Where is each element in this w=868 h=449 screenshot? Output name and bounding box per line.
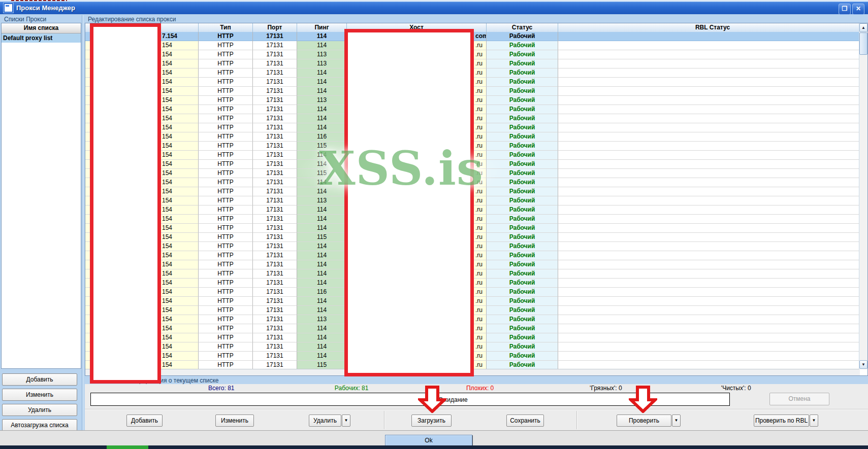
cell-rbl bbox=[558, 50, 860, 59]
cell-ping: 114 bbox=[297, 269, 347, 279]
toolbar-button-6[interactable]: Проверить bbox=[617, 415, 671, 427]
stat-label-4: 'Грязных': 0 bbox=[590, 385, 622, 392]
toolbar-button-2[interactable]: Изменить bbox=[215, 415, 254, 427]
cell-rbl bbox=[558, 297, 860, 306]
cell-ping: 114 bbox=[297, 78, 347, 87]
cell-ping: 113 bbox=[297, 96, 347, 105]
toolbar-button-1[interactable]: Добавить bbox=[126, 415, 163, 427]
cell-status: Рабочий bbox=[487, 361, 558, 369]
panel-splitter[interactable] bbox=[82, 15, 82, 431]
info-group-caption-bar: Информация о текущем списке bbox=[85, 376, 868, 384]
cell-rbl bbox=[558, 361, 860, 369]
proxy-lists-box[interactable]: Имя списка Default proxy list bbox=[1, 23, 81, 369]
column-header-4[interactable]: Пинг bbox=[297, 23, 347, 32]
cell-rbl bbox=[558, 269, 860, 279]
maximize-button[interactable]: ❐ bbox=[839, 4, 851, 15]
cell-type: HTTP bbox=[199, 68, 253, 78]
ok-button[interactable]: Ok bbox=[385, 435, 472, 446]
toolbar-button-7[interactable]: Проверить по RBL bbox=[754, 415, 809, 427]
cell-type: HTTP bbox=[199, 123, 253, 132]
cell-ping: 114 bbox=[297, 324, 347, 333]
toolbar-button-5[interactable]: Сохранить bbox=[506, 415, 544, 427]
cell-status: Рабочий bbox=[487, 87, 558, 96]
cell-rbl bbox=[558, 68, 860, 78]
side-button-2[interactable]: Изменить bbox=[2, 389, 77, 401]
close-button[interactable]: ✕ bbox=[852, 4, 864, 15]
cell-ping: 114 bbox=[297, 123, 347, 132]
cell-type: HTTP bbox=[199, 132, 253, 142]
toolbar-dropdown-button-6[interactable]: ▼ bbox=[672, 415, 681, 427]
cell-type: HTTP bbox=[199, 142, 253, 151]
table-header-row: IP адресТипПортПингХостСтатусRBL Статус bbox=[85, 23, 867, 32]
dropdown-arrow-icon: ▼ bbox=[674, 418, 679, 423]
cell-status: Рабочий bbox=[487, 105, 558, 114]
scroll-down-button[interactable]: ▼ bbox=[859, 360, 867, 369]
cell-type: HTTP bbox=[199, 288, 253, 297]
cell-type: HTTP bbox=[199, 169, 253, 178]
side-button-3[interactable]: Удалить bbox=[2, 404, 77, 416]
toolbar-button-4[interactable]: Загрузить bbox=[411, 415, 452, 427]
scroll-thumb[interactable] bbox=[859, 32, 867, 55]
scroll-up-button[interactable]: ▲ bbox=[859, 23, 867, 32]
cell-rbl bbox=[558, 215, 860, 224]
cell-status: Рабочий bbox=[487, 342, 558, 352]
side-button-1[interactable]: Добавить bbox=[2, 373, 77, 386]
column-header-7[interactable]: RBL Статус bbox=[558, 23, 867, 32]
cell-rbl bbox=[558, 105, 860, 114]
list-item-default-proxy-list[interactable]: Default proxy list bbox=[2, 33, 81, 43]
cell-ping: 114 bbox=[297, 306, 347, 315]
cell-rbl bbox=[558, 114, 860, 123]
cell-ping: 114 bbox=[297, 32, 347, 41]
cell-port: 17131 bbox=[253, 306, 297, 315]
column-header-2[interactable]: Тип bbox=[199, 23, 253, 32]
cell-type: HTTP bbox=[199, 205, 253, 215]
cell-status: Рабочий bbox=[487, 324, 558, 333]
cell-rbl bbox=[558, 178, 860, 187]
toolbar-separator bbox=[576, 411, 577, 429]
cell-port: 17131 bbox=[253, 59, 297, 68]
vertical-scrollbar[interactable]: ▲ ▼ bbox=[859, 23, 867, 369]
cell-type: HTTP bbox=[199, 251, 253, 260]
progress-panel: Ожидание Отмена bbox=[85, 392, 868, 409]
cell-ping: 114 bbox=[297, 215, 347, 224]
cell-type: HTTP bbox=[199, 41, 253, 50]
list-name-column-header[interactable]: Имя списка bbox=[2, 23, 81, 33]
cell-port: 17131 bbox=[253, 215, 297, 224]
main-panel-caption: Редактирование списка прокси bbox=[88, 16, 176, 23]
cell-rbl bbox=[558, 196, 860, 205]
side-button-4[interactable]: Автозагрузка списка bbox=[2, 419, 77, 431]
taskbar-green-segment bbox=[107, 445, 148, 449]
cell-rbl bbox=[558, 242, 860, 251]
cell-ping: 115 bbox=[297, 361, 347, 369]
scroll-down-icon: ▼ bbox=[861, 362, 865, 367]
cell-type: HTTP bbox=[199, 78, 253, 87]
toolbar-button-3[interactable]: Удалить bbox=[309, 415, 341, 427]
toolbar-dropdown-button-7[interactable]: ▼ bbox=[810, 415, 818, 427]
toolbar-dropdown-button-3[interactable]: ▼ bbox=[342, 415, 350, 427]
cell-type: HTTP bbox=[199, 342, 253, 352]
cell-port: 17131 bbox=[253, 288, 297, 297]
cell-ping: 114 bbox=[297, 342, 347, 352]
cell-rbl bbox=[558, 87, 860, 96]
cell-status: Рабочий bbox=[487, 59, 558, 68]
cell-status: Рабочий bbox=[487, 352, 558, 361]
cell-port: 17131 bbox=[253, 87, 297, 96]
cell-type: HTTP bbox=[199, 333, 253, 342]
column-header-6[interactable]: Статус bbox=[487, 23, 558, 32]
cell-status: Рабочий bbox=[487, 114, 558, 123]
cell-status: Рабочий bbox=[487, 123, 558, 132]
cell-ping: 114 bbox=[297, 224, 347, 233]
cell-status: Рабочий bbox=[487, 96, 558, 105]
window-title: Прокси Менеджер bbox=[16, 4, 75, 12]
cell-status: Рабочий bbox=[487, 260, 558, 269]
cell-type: HTTP bbox=[199, 187, 253, 196]
cell-rbl bbox=[558, 32, 860, 41]
cell-ping: 113 bbox=[297, 59, 347, 68]
cancel-button[interactable]: Отмена bbox=[769, 393, 829, 405]
column-header-3[interactable]: Порт bbox=[253, 23, 297, 32]
app-icon bbox=[4, 3, 13, 13]
cell-status: Рабочий bbox=[487, 233, 558, 242]
cell-ping: 114 bbox=[297, 114, 347, 123]
cell-type: HTTP bbox=[199, 178, 253, 187]
cell-type: HTTP bbox=[199, 151, 253, 160]
